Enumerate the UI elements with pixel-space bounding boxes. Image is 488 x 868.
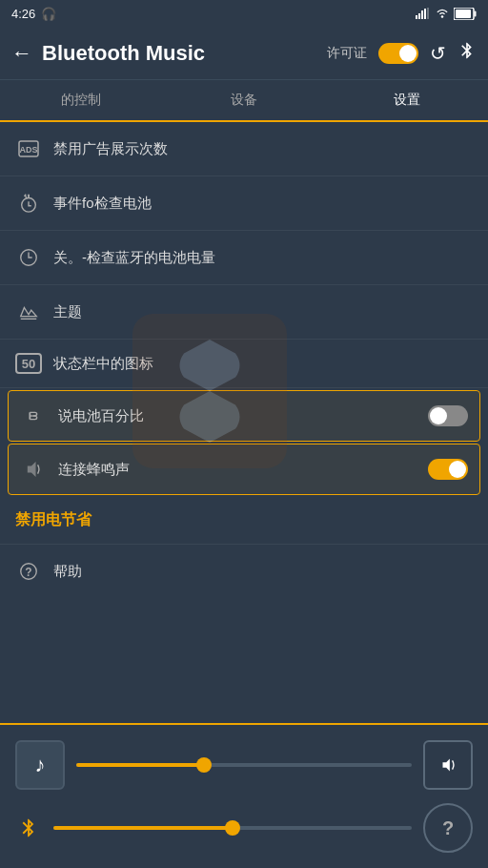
svg-rect-0 <box>416 15 417 19</box>
music-slider-fill <box>76 763 204 767</box>
svg-rect-7 <box>475 10 477 16</box>
status-right <box>416 8 477 20</box>
battery-icon <box>454 8 477 20</box>
page-title: Bluetooth Music <box>42 41 327 66</box>
setting-connect-beep[interactable]: 连接蜂鸣声 <box>8 444 480 495</box>
tab-controls[interactable]: 的控制 <box>0 80 163 120</box>
music-slider-thumb <box>196 757 212 773</box>
bt-slider-fill <box>53 826 233 830</box>
volume-icon <box>437 754 458 775</box>
tab-bar: 的控制 设备 设置 <box>0 80 488 122</box>
setting-statusbar[interactable]: 50 状态栏中的图标 <box>0 340 488 388</box>
check-icon <box>15 244 42 271</box>
headphone-icon: 🎧 <box>41 7 56 21</box>
bt-control-row: ? <box>15 803 473 853</box>
setting-disable-save[interactable]: 禁用电节省 <box>0 497 488 545</box>
help-icon: ? <box>15 558 42 585</box>
music-slider[interactable] <box>76 763 412 767</box>
tab-settings[interactable]: 设置 <box>325 80 488 120</box>
disable-save-label: 禁用电节省 <box>15 510 473 530</box>
setting-help[interactable]: ? 帮助 <box>0 545 488 589</box>
music-button[interactable]: ♪ <box>15 740 65 790</box>
bottom-controls: ♪ ? <box>0 723 488 868</box>
refresh-icon[interactable]: ↺ <box>430 42 446 65</box>
theme-icon <box>15 299 42 325</box>
svg-rect-2 <box>421 10 423 19</box>
svg-rect-8 <box>456 10 471 18</box>
help-label: 帮助 <box>53 563 473 581</box>
svg-text:?: ? <box>25 566 31 579</box>
svg-point-5 <box>441 15 444 18</box>
connect-beep-icon <box>20 456 47 483</box>
svg-text:ADS: ADS <box>19 145 37 155</box>
setting-event[interactable]: 事件fo检查电池 <box>0 176 488 231</box>
connect-beep-label: 连接蜂鸣声 <box>58 461 417 479</box>
permission-toggle[interactable] <box>378 43 418 64</box>
ads-label: 禁用广告展示次数 <box>53 140 473 158</box>
help-button[interactable]: ? <box>423 803 473 853</box>
back-button[interactable]: ← <box>11 41 32 66</box>
bt-icon-bottom <box>15 815 42 841</box>
setting-theme[interactable]: 主题 <box>0 285 488 340</box>
setting-battery-pct[interactable]: 说电池百分比 <box>8 390 480 442</box>
music-control-row: ♪ <box>15 740 473 790</box>
status-left: 4:26 🎧 <box>11 7 56 21</box>
event-label: 事件fo检查电池 <box>53 195 473 213</box>
bt-slider[interactable] <box>53 826 412 830</box>
bt-slider-thumb <box>225 820 240 836</box>
battery-pct-label: 说电池百分比 <box>58 407 417 425</box>
tab-devices[interactable]: 设备 <box>163 80 326 120</box>
svg-rect-1 <box>418 13 420 19</box>
status-bar: 4:26 🎧 <box>0 0 488 27</box>
volume-button[interactable] <box>423 740 473 790</box>
statusbar-label: 状态栏中的图标 <box>53 355 473 373</box>
wifi-icon <box>435 8 450 19</box>
settings-list: ADS 禁用广告展示次数 事件fo检查电池 关。-检查蓝牙的电池电量 <box>0 122 488 589</box>
svg-rect-4 <box>427 8 429 19</box>
help-circle-icon: ? <box>442 817 454 839</box>
bluetooth-icon[interactable] <box>458 41 477 65</box>
header-actions: 许可证 ↺ <box>327 41 477 65</box>
setting-ads[interactable]: ADS 禁用广告展示次数 <box>0 122 488 176</box>
check-label: 关。-检查蓝牙的电池电量 <box>53 249 473 267</box>
event-icon <box>15 190 42 217</box>
ads-icon: ADS <box>15 135 42 162</box>
music-note-icon: ♪ <box>35 753 46 777</box>
signal-icon <box>416 8 431 19</box>
setting-check[interactable]: 关。-检查蓝牙的电池电量 <box>0 231 488 285</box>
toggle-knob <box>399 45 417 62</box>
theme-label: 主题 <box>53 303 473 321</box>
permission-label: 许可证 <box>327 45 367 62</box>
app-header: ← Bluetooth Music 许可证 ↺ <box>0 27 488 80</box>
connect-beep-toggle[interactable] <box>428 459 468 480</box>
status-time: 4:26 <box>11 7 35 21</box>
battery-pct-toggle[interactable] <box>428 405 468 426</box>
battery-pct-icon <box>20 403 47 429</box>
statusbar-icon: 50 <box>15 353 42 374</box>
svg-rect-3 <box>424 9 426 19</box>
